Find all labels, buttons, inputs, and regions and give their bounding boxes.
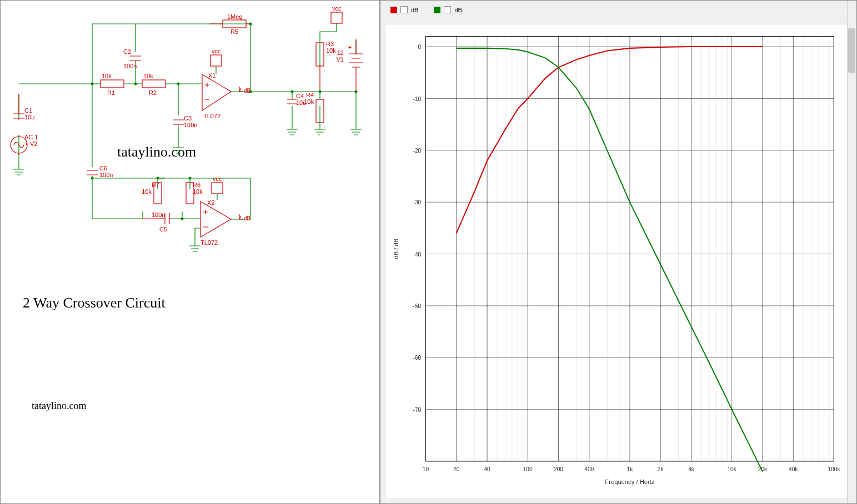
legend-checkbox-2[interactable] <box>444 6 451 13</box>
legend-label-1: dB <box>411 7 418 13</box>
svg-rect-7 <box>331 12 342 23</box>
app-window: C1 10u AC 1 + V2 10k R1 10k R2 C2 100n C… <box>0 0 857 504</box>
lbl-X2: X2 <box>207 199 214 206</box>
svg-text:40: 40 <box>484 466 490 472</box>
svg-point-17 <box>157 177 159 180</box>
svg-point-15 <box>91 177 94 180</box>
legend-checkbox-1[interactable] <box>400 6 408 13</box>
lbl-R2v: 10k <box>143 73 153 79</box>
svg-text:200: 200 <box>554 466 563 472</box>
lbl-ac: AC 1 <box>24 134 38 140</box>
lbl-C6: C6 <box>99 165 107 172</box>
lbl-X1t: TL072 <box>203 113 220 119</box>
svg-point-21 <box>355 90 358 93</box>
lbl-dB2: dB <box>244 215 251 221</box>
lbl-C5: C5 <box>159 226 167 233</box>
lbl-R7v: 10k <box>142 188 152 195</box>
lbl-R4v: 10k <box>304 98 314 105</box>
lbl-R1v: 10k <box>102 73 112 79</box>
lbl-C2: C2 <box>123 48 131 55</box>
svg-point-18 <box>189 177 192 180</box>
lbl-R6: R6 <box>193 182 201 188</box>
svg-text:10k: 10k <box>727 466 736 472</box>
svg-rect-1 <box>101 80 124 88</box>
svg-text:-70: -70 <box>413 407 422 413</box>
lbl-R3v: 10k <box>326 47 336 54</box>
svg-point-16 <box>181 218 184 220</box>
svg-rect-4 <box>211 55 222 66</box>
legend-series-2[interactable]: dB <box>434 6 462 13</box>
svg-text:-60: -60 <box>413 355 422 361</box>
scrollbar-vertical[interactable] <box>847 1 856 503</box>
svg-text:-50: -50 <box>413 303 422 309</box>
watermark-center: tataylino.com <box>117 144 196 160</box>
svg-rect-10 <box>212 183 223 194</box>
svg-text:1k: 1k <box>627 466 634 472</box>
schematic-title: 2 Way Crossover Circuit <box>23 295 166 311</box>
svg-text:10: 10 <box>423 466 429 472</box>
lbl-C5v: 100n <box>152 211 165 218</box>
svg-text:-20: -20 <box>413 148 422 154</box>
svg-rect-2 <box>142 80 166 88</box>
scrollbar-thumb[interactable] <box>848 28 855 73</box>
label-C1: C1 <box>24 107 32 114</box>
svg-text:dB / dB: dB / dB <box>393 239 399 259</box>
lbl-R2: R2 <box>149 89 157 96</box>
svg-point-12 <box>134 83 137 85</box>
watermark-bottom: tataylino.com <box>32 400 86 412</box>
svg-text:100k: 100k <box>828 466 840 472</box>
label-V2: V2 <box>30 140 37 147</box>
svg-text:40k: 40k <box>789 466 798 472</box>
svg-text:20k: 20k <box>758 466 768 472</box>
svg-text:Frequency / Hertz: Frequency / Hertz <box>605 478 655 485</box>
lbl-vcc2: vcc <box>332 5 342 12</box>
svg-text:100: 100 <box>523 466 533 472</box>
svg-text:0: 0 <box>418 44 422 50</box>
plot-area[interactable]: 1020401002004001k2k4k10k20k40k100k-70-60… <box>386 25 851 498</box>
svg-text:2k: 2k <box>658 466 664 472</box>
legend-series-1[interactable]: dB <box>390 6 418 13</box>
lbl-C6v: 100n <box>99 172 113 178</box>
svg-point-20 <box>319 90 322 93</box>
lbl-V1: V1 <box>337 56 344 63</box>
lbl-R3: R3 <box>326 41 334 47</box>
lbl-R1: R1 <box>107 89 115 96</box>
svg-text:-10: -10 <box>413 96 422 102</box>
svg-point-11 <box>91 83 94 85</box>
svg-point-19 <box>291 90 294 93</box>
lbl-vcc1: vcc <box>212 48 221 54</box>
lbl-C2v: 100n <box>123 63 137 69</box>
schematic-svg: C1 10u AC 1 + V2 10k R1 10k R2 C2 100n C… <box>1 1 380 503</box>
lbl-R5: R5 <box>230 28 238 35</box>
lbl-vcc3: vcc <box>213 175 222 182</box>
svg-text:-30: -30 <box>413 199 422 205</box>
lbl-C3v: 100n <box>184 122 197 128</box>
lbl-dB1: dB <box>244 88 251 94</box>
svg-text:+: + <box>348 44 352 51</box>
legend-color-1-icon <box>390 7 397 13</box>
svg-point-22 <box>249 23 252 26</box>
lbl-R5v: 1Meg <box>227 13 243 20</box>
plot-svg: 1020401002004001k2k4k10k20k40k100k-70-60… <box>386 25 851 495</box>
plot-pane: dB dB 1020401002004001k2k4k10k20k40k100k… <box>380 1 856 503</box>
svg-point-13 <box>177 83 180 85</box>
svg-text:+: + <box>24 140 28 147</box>
lbl-X2t: TL072 <box>201 239 218 246</box>
svg-text:4k: 4k <box>688 466 695 472</box>
svg-text:-40: -40 <box>413 251 422 258</box>
svg-text:400: 400 <box>584 466 594 472</box>
label-C1v: 10u <box>24 114 34 120</box>
lbl-X1: X1 <box>208 72 215 79</box>
legend-color-2-icon <box>434 7 440 13</box>
lbl-R7: R7 <box>152 182 159 188</box>
lbl-V1v: 12 <box>337 49 344 56</box>
plot-legend: dB dB <box>380 1 856 19</box>
lbl-R6v: 10k <box>193 188 203 195</box>
legend-label-2: dB <box>454 7 462 13</box>
lbl-C4: C4 <box>296 93 304 99</box>
svg-text:20: 20 <box>453 466 460 472</box>
lbl-R4: R4 <box>306 92 314 98</box>
schematic-pane[interactable]: C1 10u AC 1 + V2 10k R1 10k R2 C2 100n C… <box>1 1 380 503</box>
lbl-C3: C3 <box>184 115 192 122</box>
